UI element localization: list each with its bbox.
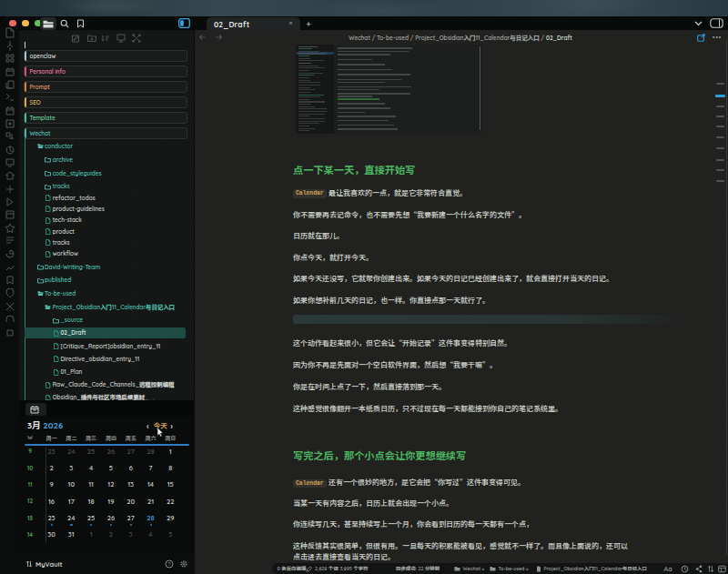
svg-text:?: ?	[167, 561, 171, 567]
